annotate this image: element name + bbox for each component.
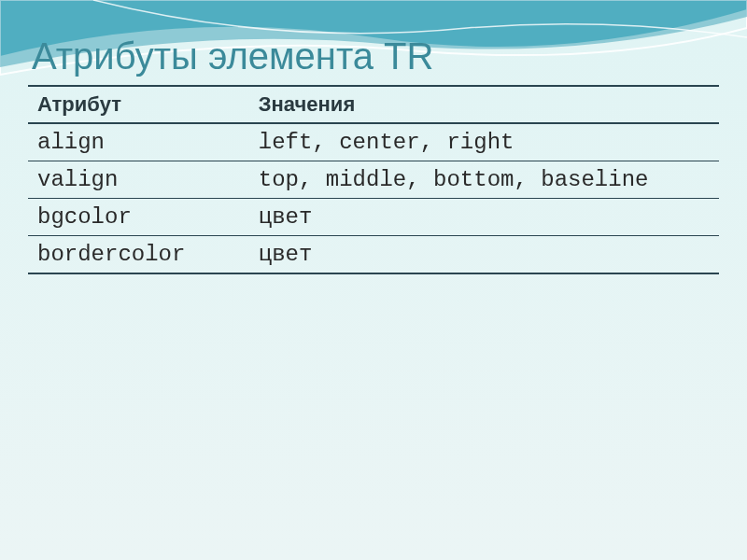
cell-attr: valign [28, 161, 249, 199]
table-row: bordercolor цвет [28, 236, 719, 274]
table-row: valign top, middle, bottom, baseline [28, 161, 719, 199]
header-attribute: Атрибут [28, 86, 249, 123]
cell-values: цвет [249, 199, 719, 236]
cell-values: left, center, right [249, 123, 719, 161]
table-row: align left, center, right [28, 123, 719, 161]
header-values: Значения [249, 86, 719, 123]
attributes-table: Атрибут Значения align left, center, rig… [28, 85, 719, 274]
page-title: Атрибуты элемента TR [32, 35, 719, 77]
cell-values: цвет [249, 236, 719, 274]
cell-attr: bordercolor [28, 236, 249, 274]
cell-values: top, middle, bottom, baseline [249, 161, 719, 199]
cell-attr: align [28, 123, 249, 161]
table-row: bgcolor цвет [28, 199, 719, 236]
cell-attr: bgcolor [28, 199, 249, 236]
table-header-row: Атрибут Значения [28, 86, 719, 123]
